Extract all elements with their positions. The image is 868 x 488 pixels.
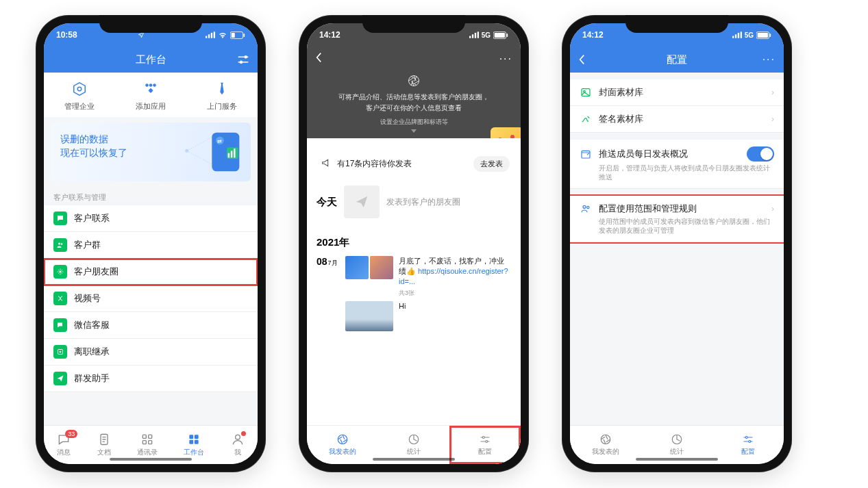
tab-my-posts[interactable]: 我发表的 (570, 426, 641, 464)
svg-rect-44 (195, 435, 199, 439)
tab-docs[interactable]: 文档 (97, 433, 111, 457)
svg-point-26 (185, 149, 188, 153)
status-time: 14:12 (319, 30, 340, 40)
tab-label: 配置 (741, 447, 755, 457)
list-item-customer-moments[interactable]: 客户朋友圈 (44, 259, 258, 285)
svg-point-77 (601, 435, 610, 444)
back-icon[interactable] (578, 54, 585, 65)
entry-text: 月底了，不废话，找客户，冲业绩👍 https://qisouke.cn/regi… (399, 256, 511, 298)
tab-workbench[interactable]: 工作台 (184, 433, 204, 457)
battery-icon (756, 31, 771, 39)
entry-month: 7月 (328, 259, 338, 266)
signal-icon (206, 31, 215, 38)
quick-label: 管理企业 (64, 101, 95, 112)
thumb-icon (345, 301, 393, 331)
quick-add-app[interactable]: 添加应用 (136, 79, 166, 112)
quick-actions: 管理企业 添加应用 上门服务 (44, 73, 258, 117)
megaphone-icon (321, 157, 332, 171)
home-indicator (373, 458, 455, 461)
cell-label: 签名素材库 (599, 113, 643, 125)
intro-line-2: 客户还可在你的个人信息页查看 (332, 103, 496, 114)
screen-3: 14:12 5G 配置 ··· (570, 23, 784, 464)
svg-point-47 (235, 435, 240, 439)
list-item-channels[interactable]: 视频号 (44, 285, 258, 312)
thumb-icon (345, 256, 369, 279)
cell-signature-materials[interactable]: 签名素材库 › (570, 106, 784, 133)
chat-icon (53, 211, 67, 225)
notch (362, 15, 465, 33)
wifi-icon (218, 31, 227, 38)
moments-entry-1[interactable]: 087月 月底了，不废话，找客户，冲业绩👍 https://qisouke.cn… (307, 249, 521, 298)
svg-rect-39 (142, 435, 146, 438)
svg-rect-46 (195, 440, 199, 444)
entry-text: Hi (399, 301, 511, 331)
screen-1: 10:58 工作台 (44, 23, 258, 464)
navbar-settings-icon[interactable] (237, 55, 249, 64)
promo-banner[interactable]: 误删的数据 现在可以恢复了 ⇄ (51, 123, 251, 181)
tab-config[interactable]: 配置 (712, 426, 784, 464)
tab-config[interactable]: 配置 (449, 426, 521, 464)
quick-label: 添加应用 (136, 101, 166, 112)
inherit-icon (53, 345, 67, 359)
moments-main: 有17条内容待你发表 去发表 今天 发表到客户的朋友圈 2021年 087月 (307, 138, 521, 425)
screen-2: 14:12 5G ··· (307, 23, 521, 464)
tab-messages[interactable]: 33 消息 (57, 433, 71, 457)
svg-point-10 (240, 61, 243, 63)
svg-point-13 (145, 84, 149, 87)
svg-rect-51 (477, 31, 478, 38)
cell-cover-materials[interactable]: 封面素材库 › (570, 79, 784, 106)
tab-contacts[interactable]: 通讯录 (137, 433, 158, 457)
svg-rect-69 (758, 33, 768, 38)
list-item-resign-inherit[interactable]: 离职继承 (44, 339, 258, 365)
list-item-wechat-service[interactable]: 微信客服 (44, 312, 258, 339)
tab-my-posts[interactable]: 我发表的 (307, 426, 378, 464)
svg-rect-0 (206, 36, 207, 38)
list-item-label: 离职继承 (74, 346, 110, 358)
tie-icon (212, 79, 232, 99)
tab-label: 工作台 (184, 448, 204, 457)
quick-manage-company[interactable]: 管理企业 (64, 79, 95, 112)
tab-label: 通讯录 (137, 448, 158, 457)
list-item-customer-group[interactable]: 客户群 (44, 232, 258, 259)
svg-rect-24 (231, 151, 233, 157)
section-label: 客户联系与管理 (44, 187, 258, 205)
more-icon[interactable]: ··· (762, 53, 776, 66)
tab-label: 统计 (670, 447, 684, 457)
svg-rect-64 (732, 36, 734, 38)
today-row[interactable]: 今天 发表到客户的朋友圈 (307, 176, 521, 218)
network-label: 5G (745, 31, 754, 39)
quick-onsite-service[interactable]: 上门服务 (207, 79, 237, 112)
notice-button[interactable]: 去发表 (473, 156, 510, 172)
cell-label: 配置使用范围和管理规则 (599, 203, 697, 215)
today-hint: 发表到客户的朋友圈 (386, 196, 460, 208)
svg-rect-23 (228, 153, 230, 158)
cell-label: 封面素材库 (599, 86, 643, 99)
moments-entry-2[interactable]: Hi (307, 298, 521, 331)
more-icon[interactable]: ··· (499, 53, 512, 65)
back-icon[interactable] (315, 52, 322, 66)
svg-point-58 (338, 435, 347, 444)
list-item-customer-contact[interactable]: 客户联系 (44, 205, 258, 232)
svg-rect-53 (495, 33, 505, 38)
service-icon (53, 318, 67, 332)
cell-scope-rules[interactable]: 配置使用范围和管理规则 › 使用范围中的成员可发表内容到微信客户的朋友圈，他们发… (570, 196, 784, 242)
list-item-mass-send[interactable]: 群发助手 (44, 365, 258, 392)
battery-icon (493, 31, 508, 39)
home-indicator (636, 458, 718, 461)
phone-3: 14:12 5G 配置 ··· (562, 15, 792, 472)
chevron-right-icon: › (771, 204, 774, 214)
svg-rect-42 (149, 441, 152, 444)
cell-label: 推送成员每日发表概况 (599, 148, 688, 160)
push-switch[interactable] (747, 146, 774, 162)
svg-line-28 (187, 151, 212, 164)
svg-rect-3 (214, 31, 215, 38)
svg-point-75 (583, 205, 586, 208)
svg-rect-70 (769, 33, 771, 36)
moments-intro-sub[interactable]: 设置企业品牌图和标语等 (307, 115, 521, 138)
svg-rect-48 (469, 36, 471, 38)
moments-intro: 可将产品介绍、活动信息等发表到客户的朋友圈， 客户还可在你的个人信息页查看 (307, 89, 521, 115)
navbar-title: 工作台 (136, 53, 166, 66)
notice-text: 有17条内容待你发表 (337, 158, 468, 170)
tab-label: 我 (234, 448, 241, 457)
tab-me[interactable]: 我 (231, 433, 245, 457)
